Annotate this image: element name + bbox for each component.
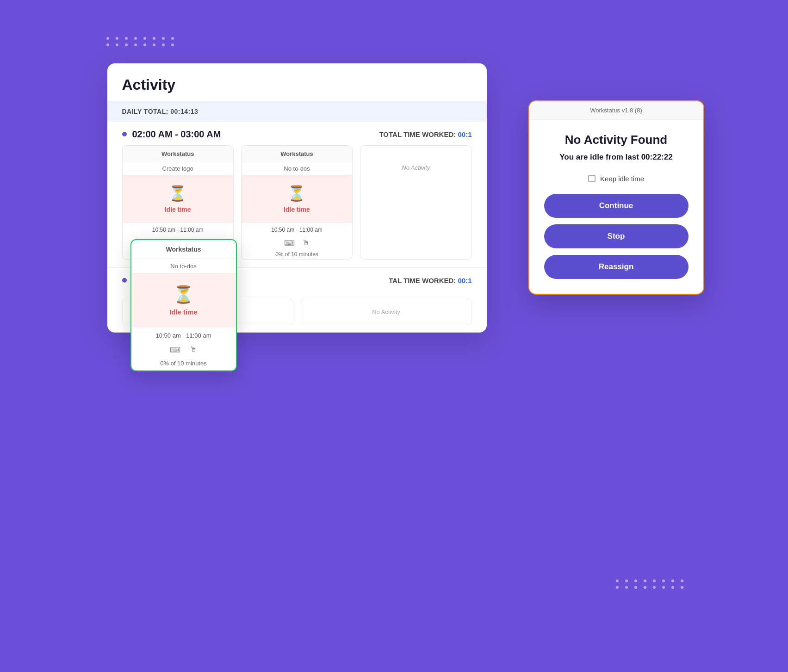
no-activity-cell-2: No Activity: [301, 299, 472, 325]
idle-time-value: 00:22:22: [641, 153, 673, 161]
card-1-time-range: 10:50 am - 11:00 am: [123, 222, 233, 237]
fc-header: Workstatus: [131, 240, 236, 259]
dialog-title: No Activity Found: [544, 133, 689, 147]
floating-card: Workstatus No to-dos ⏳ Idle time 10:50 a…: [130, 239, 237, 371]
continue-button[interactable]: Continue: [544, 194, 689, 218]
mouse-icon-2: 🖱: [302, 239, 310, 247]
daily-total-bar: DAILY TOTAL: 00:14:13: [107, 101, 487, 122]
activity-header: Activity: [107, 63, 487, 101]
card-1-header: Workstatus: [123, 146, 233, 162]
time-bullet-2: [122, 278, 127, 283]
workstatus-dialog: Workstatus v1.8 (8) No Activity Found Yo…: [528, 100, 704, 295]
fc-mouse-icon: 🖱: [190, 345, 197, 354]
fc-time-range: 10:50 am - 11:00 am: [131, 327, 236, 344]
hourglass-icon-1: ⏳: [168, 185, 187, 202]
activity-card-3: No Activity: [360, 145, 472, 260]
fc-percent: 0% of 10 minutes: [131, 356, 236, 370]
time-bullet: [122, 132, 127, 136]
fc-icons-row: ⌨ 🖱: [131, 344, 236, 356]
activity-card-2: Workstatus No to-dos ⏳ Idle time 10:50 a…: [241, 145, 353, 260]
no-activity-1: No Activity: [360, 146, 471, 190]
time-row-1: 02:00 AM - 03:00 AM TOTAL TIME WORKED: 0…: [122, 129, 472, 140]
fc-todo: No to-dos: [131, 259, 236, 274]
dialog-version-bar: Workstatus v1.8 (8): [529, 101, 703, 120]
keep-idle-checkbox[interactable]: [588, 175, 596, 182]
fc-idle-block: ⏳ Idle time: [131, 274, 236, 327]
card-2-todo: No to-dos: [242, 162, 352, 175]
dialog-body: No Activity Found You are idle from last…: [529, 120, 703, 294]
daily-total-label: DAILY TOTAL:: [122, 108, 168, 115]
card-2-header: Workstatus: [242, 146, 352, 162]
dialog-subtitle: You are idle from last 00:22:22: [544, 153, 689, 162]
fc-hourglass-icon: ⏳: [173, 285, 194, 304]
card-2-idle-block: ⏳ Idle time: [242, 175, 352, 222]
card-1-idle-block: ⏳ Idle time: [123, 175, 233, 222]
keep-idle-label: Keep idle time: [600, 175, 644, 183]
stop-button[interactable]: Stop: [544, 224, 689, 248]
idle-label-1: Idle time: [165, 206, 191, 213]
card-2-icons: ⌨ 🖱: [242, 237, 352, 249]
total-worked-label: TOTAL TIME WORKED: 00:1: [379, 130, 472, 138]
daily-total-value: 00:14:13: [170, 108, 198, 115]
card-2-time-range: 10:50 am - 11:00 am: [242, 222, 352, 237]
card-2-percent: 0% of 10 minutes: [242, 249, 352, 259]
keyboard-icon-2: ⌨: [284, 239, 295, 247]
fc-idle-label: Idle time: [169, 308, 198, 316]
card-1-todo: Create logo: [123, 162, 233, 175]
fc-keyboard-icon: ⌨: [170, 345, 180, 354]
time-range-1: 02:00 AM - 03:00 AM: [132, 129, 221, 140]
total-worked-label-2: TAL TIME WORKED: 00:1: [389, 277, 472, 284]
reassign-button[interactable]: Reassign: [544, 255, 689, 279]
idle-label-2: Idle time: [284, 206, 310, 213]
main-scene: Activity DAILY TOTAL: 00:14:13 02:00 AM …: [70, 36, 718, 637]
hourglass-icon-2: ⏳: [287, 185, 306, 202]
keep-idle-row: Keep idle time: [544, 175, 689, 183]
page-title: Activity: [122, 76, 472, 93]
